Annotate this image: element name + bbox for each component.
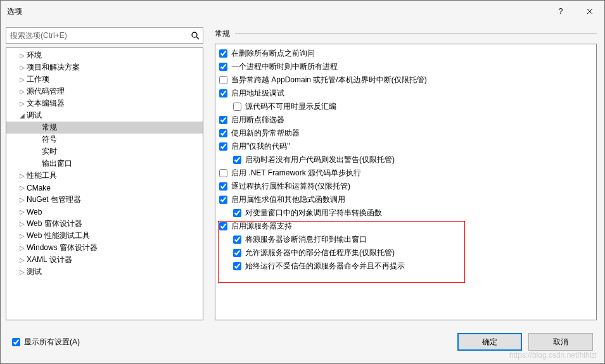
option-label: 始终运行不受信任的源服务器命令并且不再提示 (245, 261, 405, 272)
tree-item[interactable]: ▷工作项 (6, 73, 203, 85)
option-checkbox[interactable] (219, 196, 227, 204)
caret-icon: ▷ (18, 88, 27, 95)
option-item[interactable]: 将源服务器诊断消息打印到输出窗口 (218, 233, 596, 246)
option-checkbox[interactable] (219, 116, 227, 124)
tree-item[interactable]: ▷源代码管理 (6, 85, 203, 97)
search-field[interactable] (6, 27, 203, 44)
option-item[interactable]: 对变量窗口中的对象调用字符串转换函数 (218, 206, 596, 220)
tree-item[interactable]: ▷Windows 窗体设计器 (6, 242, 203, 254)
option-label: 启用地址级调试 (231, 88, 284, 99)
option-label: 使用新的异常帮助器 (231, 128, 300, 139)
tree-item[interactable]: ▷测试 (6, 266, 203, 278)
close-button[interactable] (575, 1, 604, 22)
option-checkbox[interactable] (219, 169, 227, 177)
option-label: 对变量窗口中的对象调用字符串转换函数 (245, 208, 382, 218)
tree-item[interactable]: 常规 (6, 122, 203, 134)
tree-item[interactable]: ▷项目和解决方案 (6, 61, 203, 73)
tree-item[interactable]: ▷环境 (6, 49, 203, 61)
left-panel: ▷环境▷项目和解决方案▷工作项▷源代码管理▷文本编辑器◢调试常规符号实时输出窗口… (1, 22, 207, 320)
option-item[interactable]: 启用源服务器支持 (218, 220, 596, 233)
option-checkbox[interactable] (219, 89, 227, 97)
search-icon[interactable] (188, 31, 203, 40)
option-checkbox[interactable] (219, 222, 227, 230)
option-item[interactable]: 始终运行不受信任的源服务器命令并且不再提示 (218, 260, 596, 273)
option-checkbox[interactable] (219, 63, 227, 71)
dialog-title: 选项 (7, 6, 546, 17)
option-checkbox[interactable] (219, 76, 227, 84)
option-label: 启动时若没有用户代码则发出警告(仅限托管) (245, 154, 395, 165)
content-area: ▷环境▷项目和解决方案▷工作项▷源代码管理▷文本编辑器◢调试常规符号实时输出窗口… (1, 22, 604, 320)
options-list[interactable]: 在删除所有断点之前询问一个进程中断时则中断所有进程当异常跨越 AppDomain… (215, 44, 596, 320)
show-all-settings[interactable]: 显示所有设置(A) (12, 337, 451, 348)
cancel-button[interactable]: 取消 (528, 333, 593, 351)
options-dialog: 选项 ? ▷环境▷项目和解决方案▷工作项▷源代码管理▷文本编辑器◢调试常规符号实… (0, 0, 605, 364)
tree-item[interactable]: ▷Web (6, 206, 203, 218)
show-all-checkbox[interactable] (12, 338, 20, 346)
option-checkbox[interactable] (233, 249, 241, 257)
tree-item-label: 性能工具 (27, 170, 57, 181)
option-item[interactable]: 启用"仅我的代码" (218, 140, 596, 153)
tree-item[interactable]: ▷文本编辑器 (6, 97, 203, 110)
option-checkbox[interactable] (219, 182, 227, 191)
option-item[interactable]: 允许源服务器中的部分信任程序集(仅限托管) (218, 246, 596, 260)
option-item[interactable]: 启用断点筛选器 (218, 113, 596, 127)
option-item[interactable]: 启动时若没有用户代码则发出警告(仅限托管) (218, 153, 596, 166)
option-label: 启用源服务器支持 (231, 221, 292, 232)
caret-icon: ▷ (18, 244, 27, 251)
caret-icon: ▷ (18, 76, 27, 83)
search-input[interactable] (6, 31, 188, 40)
tree-item-label: 常规 (42, 122, 57, 133)
option-item[interactable]: 源代码不可用时显示反汇编 (218, 100, 596, 113)
tree-item-label: 实时 (42, 146, 57, 157)
tree-item[interactable]: ▷性能工具 (6, 170, 203, 182)
tree-item[interactable]: ▷CMake (6, 182, 203, 194)
tree-item[interactable]: ▷Web 性能测试工具 (6, 230, 203, 242)
option-label: 启用属性求值和其他隐式函数调用 (231, 194, 345, 205)
panel-title: 常规 (215, 28, 230, 39)
option-item[interactable]: 使用新的异常帮助器 (218, 127, 596, 140)
option-checkbox[interactable] (219, 142, 227, 151)
option-checkbox[interactable] (233, 156, 241, 164)
option-item[interactable]: 在删除所有断点之前询问 (218, 47, 596, 60)
option-item[interactable]: 逐过程执行属性和运算符(仅限托管) (218, 180, 596, 193)
option-item[interactable]: 一个进程中断时则中断所有进程 (218, 60, 596, 73)
tree-item-label: Web 性能测试工具 (27, 230, 90, 241)
tree-item[interactable]: 实时 (6, 146, 203, 158)
caret-icon: ▷ (18, 196, 27, 203)
option-label: 启用"仅我的代码" (231, 141, 290, 152)
option-item[interactable]: 启用属性求值和其他隐式函数调用 (218, 193, 596, 206)
option-checkbox[interactable] (219, 129, 227, 137)
tree-item[interactable]: 输出窗口 (6, 158, 203, 170)
option-item[interactable]: 当异常跨越 AppDomain 或托管/本机边界时中断(仅限托管) (218, 73, 596, 87)
show-all-label: 显示所有设置(A) (24, 337, 80, 348)
svg-line-1 (196, 37, 199, 39)
option-item[interactable]: 启用地址级调试 (218, 87, 596, 100)
option-checkbox[interactable] (233, 103, 241, 111)
tree-item[interactable]: ▷Web 窗体设计器 (6, 218, 203, 230)
tree-item-label: 测试 (27, 267, 42, 277)
category-tree[interactable]: ▷环境▷项目和解决方案▷工作项▷源代码管理▷文本编辑器◢调试常规符号实时输出窗口… (6, 47, 203, 320)
caret-icon: ▷ (18, 52, 27, 59)
caret-icon: ▷ (18, 64, 27, 71)
ok-button[interactable]: 确定 (457, 333, 522, 351)
right-panel: 常规 在删除所有断点之前询问一个进程中断时则中断所有进程当异常跨越 AppDom… (207, 22, 604, 320)
option-checkbox[interactable] (233, 209, 241, 217)
option-label: 源代码不可用时显示反汇编 (245, 101, 336, 112)
options-box: 在删除所有断点之前询问一个进程中断时则中断所有进程当异常跨越 AppDomain… (215, 44, 597, 320)
tree-item-label: NuGet 包管理器 (27, 194, 81, 205)
caret-icon: ▷ (18, 184, 27, 191)
tree-item[interactable]: ▷NuGet 包管理器 (6, 194, 203, 206)
option-label: 一个进程中断时则中断所有进程 (231, 61, 338, 72)
tree-item[interactable]: 符号 (6, 134, 203, 146)
help-button[interactable]: ? (546, 1, 575, 22)
option-checkbox[interactable] (219, 49, 227, 58)
tree-item-label: Web 窗体设计器 (27, 218, 82, 229)
option-checkbox[interactable] (233, 262, 241, 270)
option-checkbox[interactable] (233, 235, 241, 244)
caret-icon: ▷ (18, 232, 27, 239)
tree-item[interactable]: ▷XAML 设计器 (6, 254, 203, 266)
tree-item[interactable]: ◢调试 (6, 110, 203, 122)
tree-item-label: 项目和解决方案 (27, 62, 80, 73)
caret-icon: ▷ (18, 208, 27, 215)
option-item[interactable]: 启用 .NET Framework 源代码单步执行 (218, 166, 596, 180)
